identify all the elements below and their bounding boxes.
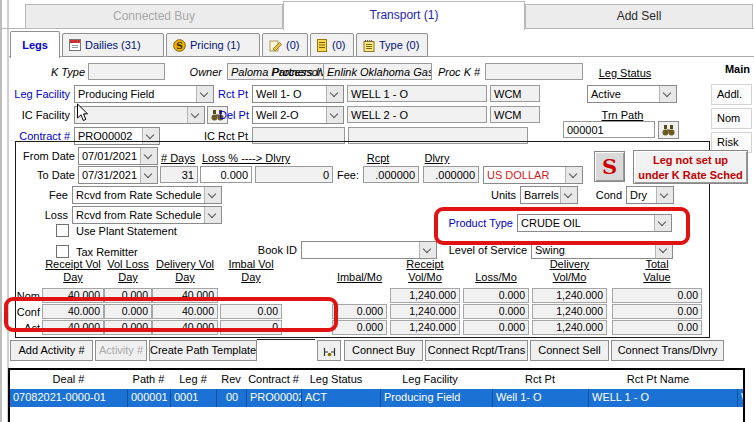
connect-sell-button[interactable]: Connect Sell <box>530 340 609 361</box>
tab-dailies[interactable]: Dailies (31) <box>62 33 164 57</box>
grid-cell-leg: 0001 <box>170 389 216 407</box>
grid-header-leg-facility[interactable]: Leg Facility <box>380 372 480 387</box>
leg-facility-combo[interactable]: Producing Field <box>74 85 214 103</box>
chevron-down-icon[interactable] <box>419 242 436 258</box>
level-of-service-combo[interactable]: Swing <box>531 241 673 259</box>
chevron-down-icon[interactable] <box>326 86 343 102</box>
vol-cell-conf-receipt-day[interactable]: 40.000 <box>42 304 104 319</box>
vol-cell-nom-loss-mo: 0.000 <box>463 288 529 303</box>
cond-combo[interactable]: Dry <box>626 186 674 204</box>
loss-dlvry-field[interactable]: 0 <box>255 166 333 183</box>
rct-pt-zone-field[interactable]: WCM <box>490 85 540 102</box>
chevron-down-icon[interactable] <box>565 167 582 183</box>
connect-buy-button[interactable]: Connect Buy <box>344 340 423 361</box>
create-path-template-button[interactable]: Create Path Template <box>149 340 257 361</box>
chevron-down-icon[interactable] <box>656 187 673 203</box>
grid-cell-leg-facility: Producing Field <box>380 389 492 407</box>
chevron-down-icon[interactable] <box>326 107 343 123</box>
side-nav-addl[interactable]: Addl. <box>711 84 752 105</box>
tab-notes[interactable]: (0) <box>262 33 308 57</box>
k-type-field[interactable] <box>88 63 165 80</box>
grid-header-leg-status[interactable]: Leg Status <box>301 372 371 387</box>
del-pt-zone-field[interactable]: WCM <box>490 106 540 123</box>
chevron-down-icon[interactable] <box>560 187 577 203</box>
ic-facility-combo[interactable] <box>74 106 205 124</box>
leg-status-value: Active <box>588 86 659 102</box>
chevron-down-icon[interactable] <box>204 207 221 223</box>
tab-legs[interactable]: Legs <box>10 31 60 58</box>
connect-trans-dlvry-button[interactable]: Connect Trans/Dlvry <box>611 340 724 361</box>
fee-rcpt-field[interactable]: .000000 <box>363 166 419 183</box>
use-plant-checkbox[interactable] <box>56 224 69 237</box>
tab-meter[interactable]: (0) <box>310 33 354 57</box>
vol-cell-nom-delivery-day[interactable]: 40.000 <box>152 288 218 303</box>
chevron-down-icon[interactable] <box>140 148 157 164</box>
vol-cell-conf-receipt-mo: 1,240.000 <box>390 304 460 319</box>
del-pt-name-field[interactable]: WELL 2 - O <box>347 106 487 123</box>
vol-cell-conf-delivery-day[interactable]: 40.000 <box>152 304 218 319</box>
grid-header-rct-pt-name[interactable]: Rct Pt Name <box>588 372 728 387</box>
fee-dlvry-field[interactable]: .000000 <box>423 166 479 183</box>
tab-transport[interactable]: Transport (1) <box>283 1 525 30</box>
tab-connected-buy[interactable]: Connected Buy <box>25 4 283 29</box>
rct-pt-name-field[interactable]: WELL 1 - O <box>347 85 487 102</box>
vol-cell-conf-volloss-day[interactable]: 0.000 <box>104 304 152 319</box>
add-activity-button[interactable]: Add Activity # <box>10 340 93 361</box>
grid-header-deal[interactable]: Deal # <box>12 372 125 387</box>
grid-header-path[interactable]: Path # <box>127 372 170 387</box>
chevron-down-icon[interactable] <box>654 215 671 231</box>
proc-k-field[interactable] <box>485 63 583 80</box>
chevron-down-icon[interactable] <box>187 107 204 123</box>
grid-cell-rct-pt-name: WELL 1 - O <box>588 389 737 407</box>
grid-header-contract[interactable]: Contract # <box>246 372 301 387</box>
book-id-combo[interactable] <box>301 241 437 259</box>
rct-pt-combo[interactable]: Well 1- O <box>252 85 344 103</box>
grid-selected-row[interactable]: 07082021-0000-01 000001 0001 00 PRO00002… <box>10 389 743 407</box>
connect-rcpt-trans-button[interactable]: Connect Rcpt/Trans <box>425 340 528 361</box>
chevron-down-icon[interactable] <box>204 187 221 203</box>
fee-method-combo[interactable]: Rcvd from Rate Schedule <box>72 186 222 204</box>
chevron-down-icon[interactable] <box>196 86 213 102</box>
del-pt-combo[interactable]: Well 2-O <box>252 106 344 124</box>
from-date-combo[interactable]: 07/01/2021 <box>78 147 158 165</box>
activity-button[interactable]: Activity # <box>95 340 147 361</box>
level-of-service-label: Level of Service <box>440 243 527 257</box>
trn-path-lookup-button[interactable] <box>658 121 679 139</box>
tab-pricing[interactable]: S Pricing (1) <box>166 33 260 57</box>
loss-pct-field[interactable]: 0.000 <box>200 166 252 183</box>
chevron-down-icon[interactable] <box>655 242 672 258</box>
leg-status-combo[interactable]: Active <box>587 85 677 103</box>
path-template-field[interactable] <box>257 339 315 362</box>
side-nav-nom[interactable]: Nom <box>711 108 752 129</box>
days-field[interactable]: 31 <box>160 166 198 183</box>
processor-field[interactable]: Enlink Oklahoma Gas ... <box>323 63 432 80</box>
grid-header-rct-pt[interactable]: Rct Pt <box>492 372 588 387</box>
vol-cell-conf-imbal-day[interactable]: 0.00 <box>220 304 282 319</box>
tab-pricing-label: Pricing (1) <box>190 39 240 51</box>
vol-cell-act-delivery-mo: 1,240.000 <box>532 320 607 335</box>
tab-type[interactable]: Type (0) <box>356 33 428 57</box>
trn-path-field[interactable]: 000001 <box>563 121 655 138</box>
vol-cell-nom-receipt-day[interactable]: 40.000 <box>42 288 104 303</box>
grid-header-rev[interactable]: Rev <box>216 372 246 387</box>
currency-combo[interactable]: US DOLLAR <box>483 166 583 184</box>
rate-schedule-button[interactable]: S <box>594 151 625 182</box>
proc-k-label: Proc K # <box>438 65 480 79</box>
side-nav-main[interactable]: Main <box>712 62 750 76</box>
chevron-down-icon[interactable] <box>140 167 157 183</box>
path-connector-button[interactable] <box>317 340 341 361</box>
tab-add-sell[interactable]: Add Sell <box>525 4 753 29</box>
chevron-down-icon[interactable] <box>659 86 676 102</box>
grid-cell-contract: PRO00002 <box>246 389 301 407</box>
vol-cell-nom-volloss-day[interactable]: 0.000 <box>104 288 152 303</box>
grid-header-leg[interactable]: Leg # <box>170 372 216 387</box>
product-type-combo[interactable]: CRUDE OIL <box>517 214 672 232</box>
tax-remitter-checkbox[interactable] <box>56 245 69 258</box>
pencil-icon <box>269 39 282 52</box>
ic-facility-value <box>75 107 187 123</box>
to-date-combo[interactable]: 07/31/2021 <box>78 166 158 184</box>
leg-facility-label: Leg Facility <box>8 87 70 101</box>
loss-method-combo[interactable]: Rcvd from Rate Schedule <box>72 206 222 224</box>
units-combo[interactable]: Barrels <box>520 186 578 204</box>
vol-header-delivery-day-1: Delivery Vol <box>152 258 218 271</box>
